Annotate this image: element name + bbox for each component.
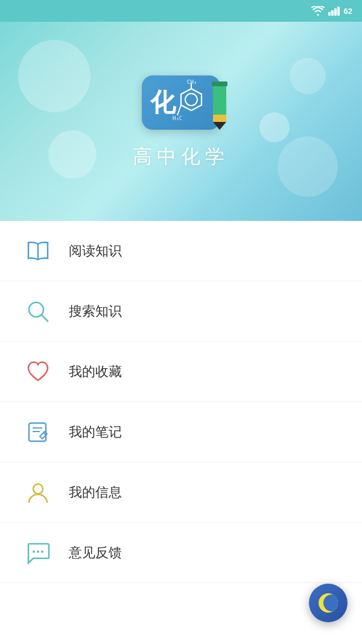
menu-item-profile[interactable]: 我的信息	[0, 462, 362, 523]
menu-label-search: 搜索知识	[69, 302, 122, 320]
menu-list: 阅读知识 搜索知识 我的收藏	[0, 221, 362, 631]
svg-point-24	[41, 550, 43, 553]
chem-box: 化 CH₃ H₃C	[142, 75, 220, 130]
decoration-blob-3	[290, 58, 326, 94]
heart-icon	[24, 358, 52, 386]
app-logo: 化 CH₃ H₃C	[133, 72, 229, 133]
menu-label-favorite: 我的收藏	[69, 363, 122, 381]
svg-rect-12	[213, 115, 226, 122]
edit-icon	[24, 418, 52, 446]
menu-label-profile: 我的信息	[69, 483, 122, 502]
menu-item-notes[interactable]: 我的笔记	[0, 402, 362, 462]
menu-label-notes: 我的笔记	[69, 423, 122, 441]
svg-marker-5	[181, 89, 202, 110]
svg-rect-3	[337, 7, 340, 16]
svg-line-9	[177, 105, 181, 115]
svg-rect-2	[334, 8, 337, 16]
svg-line-16	[42, 315, 48, 321]
app-title: 高中化学	[133, 144, 229, 170]
menu-item-read[interactable]: 阅读知识	[0, 221, 362, 281]
signal-icon	[328, 6, 340, 16]
status-bar: 62	[0, 0, 362, 22]
svg-rect-10	[213, 81, 226, 115]
svg-marker-13	[213, 122, 226, 130]
svg-point-22	[33, 550, 35, 553]
menu-label-read: 阅读知识	[69, 242, 122, 260]
decoration-blob-4	[278, 136, 338, 197]
menu-label-feedback: 意见反馈	[69, 544, 122, 562]
chat-icon	[24, 539, 52, 567]
menu-item-feedback[interactable]: 意见反馈	[0, 523, 362, 583]
user-icon	[24, 479, 52, 506]
svg-text:H₃C: H₃C	[173, 115, 182, 121]
decoration-blob-1	[18, 40, 91, 112]
battery-level: 62	[344, 7, 352, 16]
moon-icon	[319, 593, 338, 613]
svg-rect-0	[328, 12, 331, 16]
svg-rect-11	[212, 81, 227, 86]
search-icon	[24, 298, 52, 325]
book-icon	[24, 237, 52, 265]
svg-text:CH₃: CH₃	[187, 79, 197, 85]
status-icons: 62	[311, 6, 352, 16]
header-banner: 化 CH₃ H₃C	[0, 22, 362, 221]
fab-night-mode[interactable]	[309, 584, 348, 622]
wifi-icon	[311, 6, 325, 16]
menu-item-favorite[interactable]: 我的收藏	[0, 342, 362, 402]
decoration-blob-2	[48, 130, 97, 179]
svg-point-6	[185, 94, 197, 106]
pencil-graphic	[208, 81, 231, 130]
svg-point-23	[37, 550, 39, 553]
svg-point-21	[33, 484, 43, 494]
decoration-blob-5	[259, 112, 290, 142]
svg-rect-1	[331, 10, 334, 16]
menu-item-search[interactable]: 搜索知识	[0, 281, 362, 342]
